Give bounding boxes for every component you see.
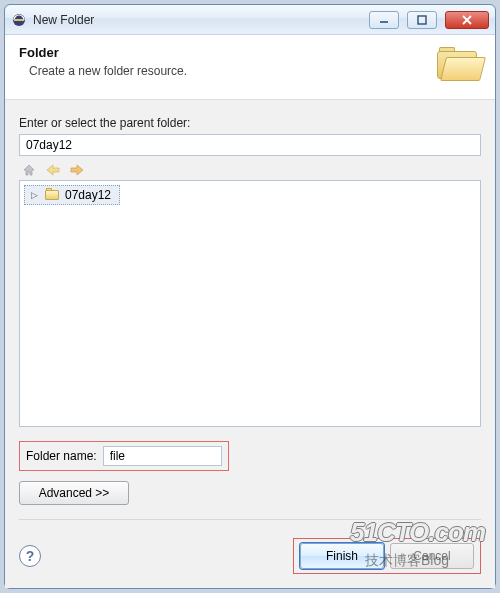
svg-rect-1 [14, 19, 24, 21]
cancel-button[interactable]: Cancel [390, 543, 474, 569]
forward-icon[interactable] [69, 162, 85, 178]
dialog-button-bar: Finish Cancel [293, 538, 481, 574]
window-title: New Folder [33, 13, 94, 27]
page-title: Folder [19, 45, 425, 60]
project-folder-icon [45, 188, 61, 202]
app-icon [11, 12, 27, 28]
page-subtitle: Create a new folder resource. [29, 64, 425, 78]
titlebar[interactable]: New Folder [5, 5, 495, 35]
parent-folder-label: Enter or select the parent folder: [19, 116, 481, 130]
back-icon[interactable] [45, 162, 61, 178]
maximize-button[interactable] [407, 11, 437, 29]
tree-toolbar [19, 156, 481, 180]
finish-button[interactable]: Finish [300, 543, 384, 569]
minimize-button[interactable] [369, 11, 399, 29]
help-button[interactable]: ? [19, 545, 41, 567]
tree-item-label: 07day12 [65, 188, 111, 202]
svg-rect-3 [418, 16, 426, 24]
close-button[interactable] [445, 11, 489, 29]
folder-open-icon [433, 45, 481, 85]
parent-folder-input[interactable] [19, 134, 481, 156]
banner: Folder Create a new folder resource. [5, 35, 495, 100]
footer: ? Finish Cancel [5, 536, 495, 588]
separator [19, 519, 481, 520]
folder-name-input[interactable] [103, 446, 222, 466]
content-area: Enter or select the parent folder: ▷ 07d… [5, 100, 495, 536]
advanced-button[interactable]: Advanced >> [19, 481, 129, 505]
expander-icon[interactable]: ▷ [31, 190, 41, 200]
folder-name-row: Folder name: [19, 441, 229, 471]
tree-item-project[interactable]: ▷ 07day12 [24, 185, 120, 205]
dialog-window: New Folder Folder Create a new folder re… [4, 4, 496, 589]
folder-name-label: Folder name: [26, 449, 97, 463]
folder-tree[interactable]: ▷ 07day12 [19, 180, 481, 427]
home-icon[interactable] [21, 162, 37, 178]
